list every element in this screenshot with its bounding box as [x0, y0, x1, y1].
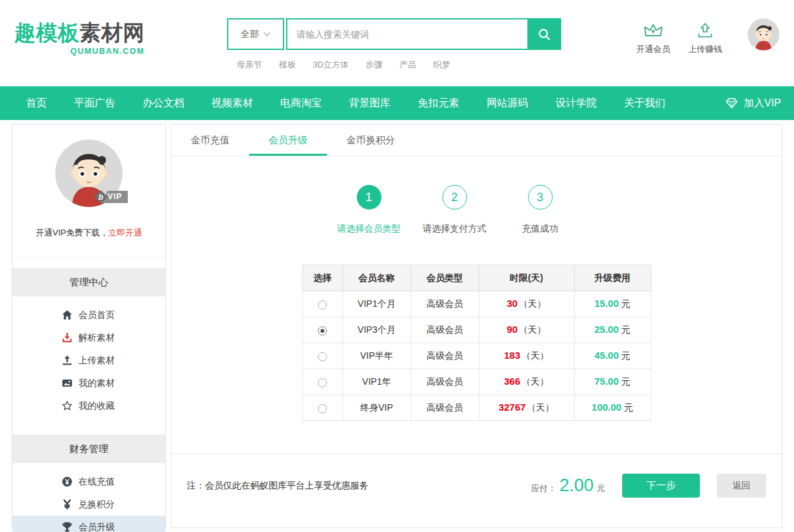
top-header: 趣模板素材网 QUMUBAN.COM 全部 母亲节模板3D立方体步骤产品织梦 — [0, 0, 794, 86]
step-label: 充值成功 — [498, 223, 583, 235]
logo-domain: QUMUBAN.COM — [14, 47, 145, 56]
upload-earn-label: 上传赚钱 — [688, 43, 722, 55]
nav-item[interactable]: 背景图库 — [349, 97, 391, 110]
search-category-select[interactable]: 全部 — [227, 18, 284, 50]
join-vip-button[interactable]: 加入VIP — [725, 97, 781, 110]
sidebar-item-label: 解析素材 — [78, 332, 115, 344]
sidebar-item-label: 兑换积分 — [78, 499, 115, 511]
trophy-icon — [62, 522, 73, 532]
nav-item[interactable]: 设计学院 — [555, 97, 597, 110]
radio-button[interactable] — [318, 300, 327, 309]
tab-coin-recharge[interactable]: 金币充值 — [171, 125, 249, 156]
price-cell: 15.00元 — [574, 291, 651, 317]
search-category-value: 全部 — [241, 29, 259, 40]
hot-keyword-link[interactable]: 步骤 — [366, 59, 383, 71]
hot-keyword-link[interactable]: 母亲节 — [237, 59, 262, 71]
sidebar-item[interactable]: 会员首页 — [12, 304, 165, 326]
sidebar-section-title: 管理中心 — [12, 268, 165, 296]
payable-amount: 2.00 — [559, 476, 594, 496]
sidebar-item[interactable]: 解析素材 — [12, 326, 165, 349]
service-note: 注：会员仅此在蚂蚁图库平台上享受优惠服务 — [187, 480, 531, 492]
nav-item[interactable]: 关于我们 — [624, 97, 666, 110]
price-value: 45.00 — [594, 350, 619, 361]
hot-keyword-link[interactable]: 模板 — [279, 59, 296, 71]
radio-cell — [302, 395, 343, 421]
nav-item[interactable]: 网站源码 — [487, 97, 528, 110]
table-row: VIP半年高级会员183（天）45.00元 — [302, 343, 651, 369]
sidebar-item-label: 会员首页 — [78, 309, 115, 321]
radio-button[interactable] — [318, 404, 327, 413]
nav-item[interactable]: 平面广告 — [74, 97, 115, 110]
member-type-cell: 高级会员 — [411, 369, 479, 395]
table-header-cell: 升级费用 — [574, 265, 651, 291]
steps: 1请选择会员类型2请选择支付方式3充值成功 — [149, 185, 760, 235]
step: 2请选择支付方式 — [412, 185, 498, 235]
main-nav-list: 首页平面广告办公文档视频素材电商淘宝背景图库免扣元素网站源码设计学院关于我们 — [13, 97, 725, 110]
member-name-cell: VIP半年 — [343, 343, 411, 369]
upload-earn-action[interactable]: 上传赚钱 — [686, 19, 724, 55]
chevron-down-icon — [263, 32, 271, 36]
crown-icon — [643, 19, 664, 42]
nav-item[interactable]: 办公文档 — [143, 97, 184, 110]
payable-label: 应付： — [531, 483, 556, 494]
nav-item[interactable]: 视频素材 — [211, 97, 253, 110]
vip-note: 开通VIP免费下载，立即开通 — [12, 227, 165, 258]
upload-icon — [62, 355, 73, 366]
sidebar-item[interactable]: 会员升级 — [12, 516, 165, 532]
sidebar-item[interactable]: 兑换积分 — [12, 493, 165, 516]
sidebar-item-label: 上传素材 — [78, 355, 115, 367]
days-cell: 30（天） — [479, 291, 574, 317]
yen-icon — [62, 499, 73, 510]
back-button[interactable]: 返回 — [717, 474, 766, 498]
table-row: VIP3个月高级会员90（天）25.00元 — [302, 317, 651, 343]
sidebar-item[interactable]: 上传素材 — [12, 349, 165, 372]
upload-money-icon — [695, 19, 715, 42]
price-value: 25.00 — [594, 324, 619, 335]
price-value: 15.00 — [594, 298, 619, 309]
open-vip-action[interactable]: 开通会员 — [634, 19, 672, 55]
search-button[interactable] — [527, 18, 561, 50]
days-unit: （天） — [519, 298, 546, 309]
hot-keyword-link[interactable]: 织梦 — [433, 59, 450, 71]
main-navbar: 首页平面广告办公文档视频素材电商淘宝背景图库免扣元素网站源码设计学院关于我们 加… — [0, 86, 794, 120]
nav-item[interactable]: 首页 — [26, 97, 47, 110]
days-cell: 90（天） — [479, 317, 574, 343]
tab-member-upgrade[interactable]: 会员升级 — [249, 125, 327, 156]
price-value: 100.00 — [592, 402, 621, 413]
step-label: 请选择支付方式 — [412, 223, 498, 235]
days-value: 30 — [507, 298, 518, 309]
open-vip-now-link[interactable]: 立即开通 — [108, 228, 142, 237]
sidebar-item[interactable]: 我的素材 — [12, 372, 165, 394]
site-logo[interactable]: 趣模板素材网 QUMUBAN.COM — [14, 19, 145, 56]
days-unit: （天） — [522, 350, 549, 361]
sidebar-item-label: 我的素材 — [78, 378, 115, 389]
nav-item[interactable]: 电商淘宝 — [280, 97, 322, 110]
radio-button[interactable] — [318, 352, 327, 361]
hot-keyword-link[interactable]: 3D立方体 — [313, 59, 349, 71]
sidebar-item-label: 会员升级 — [78, 522, 115, 532]
image-icon — [62, 378, 73, 389]
user-avatar[interactable] — [747, 18, 780, 51]
radio-cell — [302, 317, 343, 343]
radio-button[interactable] — [318, 378, 327, 387]
search-icon — [537, 27, 551, 42]
sidebar-item[interactable]: 在线充值 — [12, 470, 165, 493]
sidebar-item[interactable]: 我的收藏 — [12, 394, 165, 417]
table-header-cell: 时限(天) — [479, 265, 574, 291]
member-type-cell: 高级会员 — [411, 343, 479, 369]
nav-item[interactable]: 免扣元素 — [418, 97, 459, 110]
top-actions: 开通会员 上传赚钱 — [634, 19, 780, 55]
vip-note-text: 开通VIP免费下载， — [36, 228, 108, 237]
home-icon — [62, 309, 73, 320]
days-value: 366 — [504, 376, 520, 387]
search-input[interactable] — [286, 18, 527, 50]
price-cell: 45.00元 — [574, 343, 651, 369]
next-step-button[interactable]: 下一步 — [622, 474, 700, 498]
join-vip-label: 加入VIP — [743, 97, 781, 110]
hot-keyword-link[interactable]: 产品 — [400, 59, 416, 71]
radio-button[interactable] — [318, 326, 327, 335]
tab-coin-to-points[interactable]: 金币换积分 — [327, 125, 415, 156]
vip-badge: b VIP — [94, 190, 128, 204]
step: 1请选择会员类型 — [326, 185, 412, 235]
tabs-bar: 金币充值 会员升级 金币换积分 — [171, 125, 782, 156]
